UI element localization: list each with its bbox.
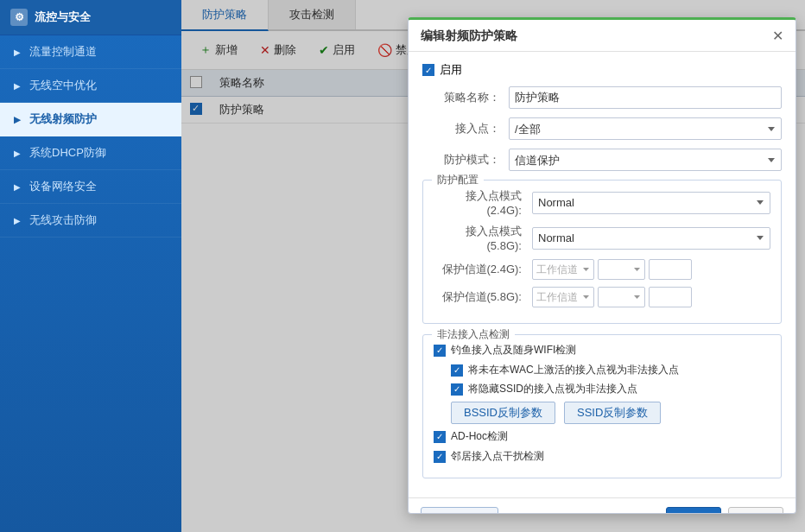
section-title-protection: 防护配置	[432, 173, 484, 187]
section-content-protection: 接入点模式(2.4G): Normal 接入点模式(5.8G): Normal	[423, 188, 781, 323]
phishing-check-row: 钓鱼接入点及随身WIFI检测	[434, 343, 770, 358]
not-activated-label: 将未在本WAC上激活的接入点视为非法接入点	[468, 363, 679, 377]
adhoc-label: AD-Hoc检测	[451, 429, 508, 444]
main-content: 防护策略 攻击检测 ＋ 新增 ✕ 删除 ✔ 启用 🚫 禁用	[181, 0, 805, 532]
enable-label: 启用	[440, 62, 462, 78]
sidebar-item-label: 流量控制通道	[29, 44, 97, 60]
ap-select[interactable]: /全部	[509, 117, 782, 140]
channel-58g-select2[interactable]	[598, 287, 645, 307]
enable-checkbox[interactable]	[422, 64, 434, 76]
channel-24g-select2[interactable]	[598, 259, 645, 280]
policy-name-row: 策略名称：	[422, 86, 782, 109]
modal-header: 编辑射频防护策略 ✕	[409, 20, 795, 52]
sidebar-item-label: 无线射频防护	[29, 111, 97, 127]
modal-body: 启用 策略名称： 接入点： /全部 防护模式：	[409, 52, 795, 497]
confirm-button[interactable]: 确定	[666, 507, 721, 514]
sidebar-item-label: 无线空中优化	[29, 78, 97, 93]
param-buttons-row: BSSID反制参数 SSID反制参数	[434, 402, 770, 424]
illegal-ap-content: 钓鱼接入点及随身WIFI检测 将未在本WAC上激活的接入点视为非法接入点 将隐藏…	[423, 343, 781, 478]
phishing-checkbox[interactable]	[434, 345, 446, 357]
mode-row: 防护模式： 信道保护	[422, 149, 782, 171]
sidebar-item-airspace-opt[interactable]: ▶ 无线空中优化	[0, 69, 181, 103]
sidebar-item-flow-control[interactable]: ▶ 流量控制通道	[0, 35, 181, 69]
ap-row: 接入点： /全部	[422, 117, 782, 140]
protection-config-section: 防护配置 接入点模式(2.4G): Normal 接入点模式(5.8G):	[422, 180, 782, 324]
channel-58g-label: 保护信道(5.8G):	[434, 289, 529, 305]
adhoc-checkbox[interactable]	[434, 431, 446, 443]
hidden-ssid-row: 将隐藏SSID的接入点视为非法接入点	[434, 382, 770, 396]
modal-footer: 高级选项 确定 取消	[409, 497, 795, 514]
policy-name-input[interactable]	[509, 86, 782, 109]
sidebar-item-label: 设备网络安全	[29, 179, 97, 194]
edit-modal: 编辑射频防护策略 ✕ 启用 策略名称： 接入点： /全部	[408, 17, 796, 514]
hidden-ssid-label: 将隐藏SSID的接入点视为非法接入点	[468, 382, 637, 396]
ap-mode-24g-row: 接入点模式(2.4G): Normal	[434, 188, 770, 217]
ap-label: 接入点：	[422, 121, 509, 136]
sidebar-item-attack-defense[interactable]: ▶ 无线攻击防御	[0, 204, 181, 238]
arrow-icon: ▶	[14, 149, 21, 158]
channel-24g-row: 保护信道(2.4G): 工作信道	[434, 259, 770, 280]
ap-mode-58g-label: 接入点模式(5.8G):	[434, 224, 529, 252]
sidebar-item-label: 系统DHCP防御	[29, 145, 106, 161]
hidden-ssid-checkbox[interactable]	[451, 383, 463, 396]
channel-58g-input[interactable]	[649, 287, 692, 307]
arrow-icon: ▶	[14, 182, 21, 192]
not-activated-row: 将未在本WAC上激活的接入点视为非法接入点	[434, 363, 770, 377]
mode-select[interactable]: 信道保护	[509, 149, 782, 171]
sidebar-header-icon: ⚙	[10, 9, 28, 26]
channel-24g-label: 保护信道(2.4G):	[434, 262, 529, 277]
bssid-param-button[interactable]: BSSID反制参数	[451, 402, 555, 424]
neighbor-checkbox[interactable]	[434, 451, 446, 463]
not-activated-checkbox[interactable]	[451, 364, 463, 377]
sidebar-header-title: 流控与安全	[35, 10, 91, 25]
sidebar-item-label: 无线攻击防御	[29, 212, 97, 228]
advanced-options-button[interactable]: 高级选项	[421, 507, 498, 514]
ssid-param-button[interactable]: SSID反制参数	[564, 402, 661, 424]
channel-58g-row: 保护信道(5.8G): 工作信道	[434, 287, 770, 307]
sidebar-item-rf-protect[interactable]: ▶ 无线射频防护	[0, 103, 181, 136]
sidebar-item-dhcp-defense[interactable]: ▶ 系统DHCP防御	[0, 136, 181, 170]
arrow-icon: ▶	[14, 115, 21, 124]
modal-overlay: 编辑射频防护策略 ✕ 启用 策略名称： 接入点： /全部	[181, 0, 805, 532]
illegal-ap-title: 非法接入点检测	[432, 327, 515, 342]
arrow-icon: ▶	[14, 216, 21, 225]
arrow-icon: ▶	[14, 81, 21, 91]
adhoc-row: AD-Hoc检测	[434, 429, 770, 444]
phishing-label: 钓鱼接入点及随身WIFI检测	[451, 343, 576, 358]
sidebar-header: ⚙ 流控与安全	[0, 0, 181, 35]
illegal-ap-section: 非法接入点检测 钓鱼接入点及随身WIFI检测 将未在本WAC上激活的接入点视为非…	[422, 334, 782, 478]
channel-24g-select[interactable]: 工作信道	[532, 259, 594, 280]
ap-mode-58g-row: 接入点模式(5.8G): Normal	[434, 224, 770, 252]
ap-mode-24g-label: 接入点模式(2.4G):	[434, 188, 529, 217]
arrow-icon: ▶	[14, 48, 21, 57]
close-button[interactable]: ✕	[772, 29, 783, 43]
ap-mode-58g-select[interactable]: Normal	[532, 227, 770, 250]
mode-label: 防护模式：	[422, 152, 509, 168]
channel-58g-select[interactable]: 工作信道	[532, 287, 594, 307]
modal-title: 编辑射频防护策略	[421, 28, 517, 44]
neighbor-check-row: 邻居接入点干扰检测	[434, 449, 770, 464]
enable-row: 启用	[422, 62, 782, 78]
policy-name-label: 策略名称：	[422, 90, 509, 105]
sidebar: ⚙ 流控与安全 ▶ 流量控制通道 ▶ 无线空中优化 ▶ 无线射频防护 ▶ 系统D…	[0, 0, 181, 532]
ap-mode-24g-select[interactable]: Normal	[532, 192, 770, 214]
cancel-button[interactable]: 取消	[728, 507, 783, 514]
sidebar-item-net-security[interactable]: ▶ 设备网络安全	[0, 170, 181, 204]
channel-24g-input[interactable]	[649, 259, 692, 280]
neighbor-label: 邻居接入点干扰检测	[451, 449, 544, 464]
